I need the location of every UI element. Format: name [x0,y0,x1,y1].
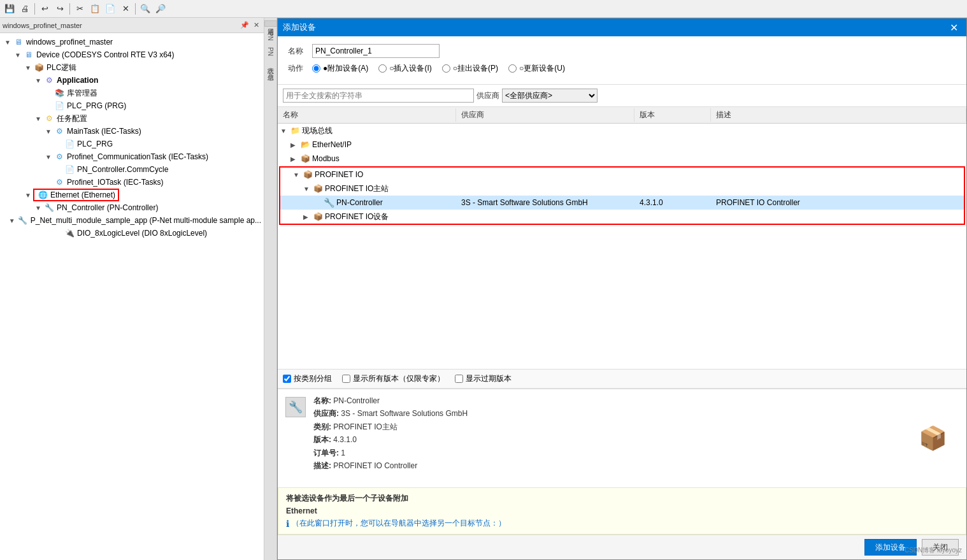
dev-item-profinet-device[interactable]: ▶ 📦 PROFINET IO设备 [280,210,964,224]
device-small-icon: 🔧 [285,397,306,417]
expand-p-net[interactable]: ▼ [7,217,17,224]
checkbox-expired-label: 显示过期版本 [466,373,512,384]
device-list-area: 名称 供应商 版本 描述 ▼ 📁 现场总线 [278,107,966,369]
toolbar-btn-redo[interactable]: ↪ [53,2,67,16]
expand-ethernetip[interactable]: ▶ [290,141,301,148]
toolbar-btn-copy[interactable]: 📋 [88,2,102,16]
toolbar-btn-paste[interactable]: 📄 [103,2,117,16]
tree-item-task-config[interactable]: ▼ ⚙ 任务配置 [0,112,264,125]
dev-item-profinet-master[interactable]: ▼ 📦 PROFINET IO主站 [280,182,964,196]
profinet-task-icon: ⚙ [54,152,65,162]
col-header-name: 名称 [278,108,456,122]
expand-profinet-device[interactable]: ▶ [303,213,313,220]
side-tab-status[interactable]: 状态 [265,60,276,65]
checkbox-show-all-versions[interactable]: 显示所有版本（仅限专家） [342,373,445,384]
vendor-select[interactable]: <全部供应商> [502,89,598,103]
info-version-row: 版本: 4.3.1.0 [313,433,899,446]
tree-item-plc-logic[interactable]: ▼ 📦 PLC逻辑 [0,61,264,74]
expand-task-config[interactable]: ▼ [33,115,43,122]
action-attach[interactable]: ●附加设备(A) [312,63,368,74]
profinet-io-label: PROFINET IO [315,170,363,179]
toolbar-btn-delete[interactable]: ✕ [118,2,133,16]
expand-profinet-task[interactable]: ▼ [43,154,54,161]
info-name-value: PN-Controller [333,396,380,405]
action-eject[interactable]: ○挂出设备(P) [442,63,498,74]
tree-item-lib-manager[interactable]: ▶ 📚 库管理器 [0,87,264,99]
tree-item-device[interactable]: ▼ 🖥 Device (CODESYS Control RTE V3 x64) [0,48,264,61]
search-input[interactable] [283,89,474,103]
expand-plc[interactable]: ▼ [23,64,33,71]
expand-profinet-io[interactable]: ▼ [293,171,303,178]
info-version-value: 4.3.1.0 [333,435,357,444]
device-icon: 🖥 [23,50,34,60]
pin-icon[interactable]: 📌 [240,21,250,29]
tree-item-ethernet[interactable]: ▼ 🌐 Ethernet (Ethernet) [0,189,264,201]
tree-item-pn-comm[interactable]: ▶ 📄 PN_Controller.CommCycle [0,163,264,176]
info-order-label: 订单号: [313,449,339,457]
info-panel: 🔧 名称: PN-Controller 供应商: 3S - Smart Soft… [278,389,966,487]
message-title: 将被选设备作为最后一个子设备附加 [286,493,958,504]
side-tab-general[interactable]: 通用 [264,20,277,27]
expand-profinet-master[interactable]: ▼ [303,185,313,192]
dev-item-profinet-io[interactable]: ▼ 📦 PROFINET IO [280,168,964,182]
add-device-dialog: 添加设备 ✕ 名称 动作 ●附加设备(A) [277,18,967,560]
toolbar-btn-search[interactable]: 🔎 [154,2,168,16]
expand-pn-controller[interactable]: ▼ [33,205,43,212]
dev-item-fieldbus[interactable]: ▼ 📁 现场总线 [278,124,966,138]
tree-item-plc-prg2[interactable]: ▶ 📄 PLC_PRG [0,138,264,150]
close-panel-icon[interactable]: ✕ [251,21,261,29]
dev-item-ethernetip[interactable]: ▶ 📂 EtherNet/IP [278,138,966,152]
action-radio-group: ●附加设备(A) ○插入设备(I) ○挂出设备(P) [312,63,565,74]
tree-item-pn-controller[interactable]: ▼ 🔧 PN_Controller (PN-Controller) [0,201,264,214]
toolbar-sep-1 [34,3,35,15]
bottom-checkboxes: 按类别分组 显示所有版本（仅限专家） 显示过期版本 [278,369,966,389]
dev-item-modbus[interactable]: ▶ 📦 Modbus [278,152,966,166]
info-order-value: 1 [341,449,345,457]
dialog-close-button[interactable]: ✕ [946,20,961,35]
plc-icon: 📦 [33,62,45,73]
info-name-label: 名称: [313,396,331,405]
side-tab-pn1[interactable]: PN [266,29,275,43]
checkbox-show-expired[interactable]: 显示过期版本 [455,373,512,384]
message-subtitle: Ethernet [286,506,958,515]
info-vendor-row: 供应商: 3S - Smart Software Solutions GmbH [313,407,899,420]
tree-item-profinet-iotask[interactable]: ▶ ⚙ Profinet_IOTask (IEC-Tasks) [0,176,264,189]
toolbar-btn-find[interactable]: 🔍 [138,2,152,16]
tree-item-p-net[interactable]: ▼ 🔧 P_Net_multi_module_sample_app (P-Net… [0,214,264,227]
dev-item-pn-controller[interactable]: ▶ 🔧 PN-Controller 3S - Smart Software So… [280,196,964,210]
side-tab-pn2[interactable]: PN [266,45,275,59]
action-insert[interactable]: ○插入设备(I) [378,63,432,74]
pn-controller-device-label: PN-Controller [336,198,383,207]
name-input[interactable] [312,44,440,58]
expand-app[interactable]: ▼ [33,77,43,84]
expand-device[interactable]: ▼ [13,52,23,59]
tree-item-dio[interactable]: ▶ 🔌 DIO_8xLogicLevel (DIO 8xLogicLevel) [0,227,264,240]
tree-item-plc-prg[interactable]: ▶ 📄 PLC_PRG (PRG) [0,99,264,112]
tree-label-ethernet: Ethernet (Ethernet) [50,190,115,199]
tree-label-plc: PLC逻辑 [47,62,76,73]
checkbox-group-by-type[interactable]: 按类别分组 [283,373,332,384]
toolbar-btn-print[interactable]: 🖨 [18,2,32,16]
toolbar-sep-3 [135,3,136,15]
tree-item-profinet-task[interactable]: ▼ ⚙ Profinet_CommunicationTask (IEC-Task… [0,150,264,163]
info-name-row: 名称: PN-Controller [313,394,899,407]
info-vendor-label: 供应商: [313,409,339,418]
side-strip: 通用 PN PN 状态 信息 [264,18,277,560]
expand-modbus[interactable]: ▶ [290,155,301,162]
dialog-title: 添加设备 [283,22,316,33]
tree-item-application[interactable]: ▼ ⚙ Application [0,74,264,87]
tree-item-root[interactable]: ▼ 🖥 windows_profinet_master [0,36,264,48]
expand-main-task[interactable]: ▼ [43,128,54,135]
side-tab-info[interactable]: 信息 [265,66,276,71]
info-desc-label: 描述: [313,461,331,470]
expand-fieldbus[interactable]: ▼ [280,127,290,134]
left-panel: windows_profinet_master 📌 ✕ ▼ 🖥 windows_… [0,18,264,560]
toolbar-btn-cut[interactable]: ✂ [73,2,87,16]
expand-root[interactable]: ▼ [3,39,13,46]
toolbar-btn-save[interactable]: 💾 [3,2,17,16]
expand-ethernet[interactable]: ▼ [23,192,33,199]
profinet-io-icon: 📦 [303,170,313,179]
toolbar-btn-undo[interactable]: ↩ [38,2,52,16]
tree-item-main-task[interactable]: ▼ ⚙ MainTask (IEC-Tasks) [0,125,264,138]
action-update[interactable]: ○更新设备(U) [508,63,565,74]
